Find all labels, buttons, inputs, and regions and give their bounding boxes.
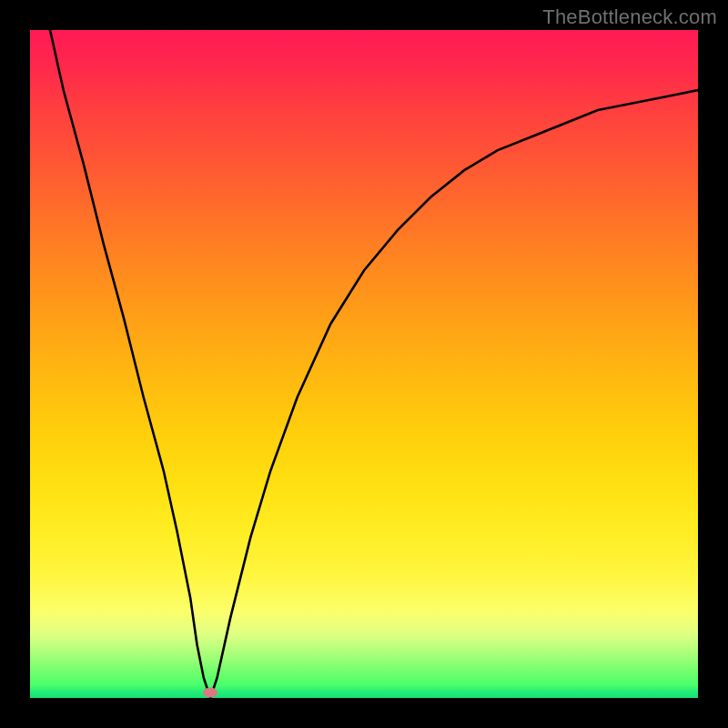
curve-svg bbox=[30, 30, 698, 698]
watermark-text: TheBottleneck.com bbox=[542, 5, 717, 29]
chart-frame: TheBottleneck.com bbox=[0, 0, 728, 728]
minimum-marker bbox=[203, 688, 217, 698]
bottleneck-curve bbox=[50, 30, 698, 698]
plot-area bbox=[30, 30, 698, 698]
